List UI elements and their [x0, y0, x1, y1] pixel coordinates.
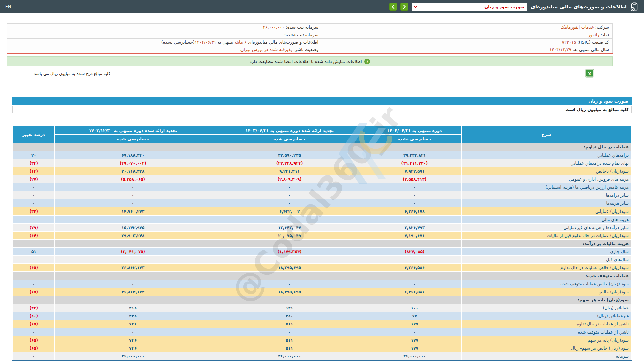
row-label: سود(زیان) عملیاتی	[461, 207, 631, 216]
value-restated-6m-prior	[211, 143, 368, 151]
header-restated-6m: تجدید ارائه شده دوره منتهی به ۱۴۰۳/۰۶/۳۱	[211, 126, 368, 135]
registered-capital-field: سرمایه ثبت شده: ۳۶,۰۰۰,۰۰۰	[7, 24, 322, 31]
value-current-period: ۱۷۷	[368, 320, 462, 328]
statement-units-note: کلیه مبالغ به میلیون ریال است	[12, 106, 632, 113]
next-statement-button[interactable]	[400, 3, 408, 11]
value-restated-annual-prior: ۷۴۶	[55, 320, 211, 328]
row-label: هزینه های مالی	[461, 216, 631, 224]
value-restated-annual-prior: ۲۶,۸۶۲,۱۷۳	[55, 288, 211, 296]
value-restated-annual-prior: ۰	[55, 328, 211, 336]
language-toggle-en[interactable]: EN	[5, 4, 11, 9]
value-restated-annual-prior: ۲۶,۸۶۲,۱۷۳	[55, 264, 211, 272]
row-label: سود(زیان) خالص عملیات در حال تداوم	[461, 264, 631, 272]
percent-change: (۷۹)	[13, 224, 55, 232]
value-restated-annual-prior: (۴۹,۰۷۰,۰۰۲)	[55, 159, 211, 167]
percent-change: ۵۱	[13, 248, 55, 256]
value-current-period: ۰	[368, 280, 462, 288]
percent-change: ۰	[13, 256, 55, 264]
value-restated-annual-prior	[55, 272, 211, 280]
value-restated-6m-prior: ۱۸,۳۹۵,۶۹۵	[211, 264, 368, 272]
value-restated-6m-prior: (۱,۶۷۹,۳۵۴)	[211, 248, 368, 256]
percent-change: (۶۵)	[13, 344, 55, 352]
value-restated-6m-prior: ۲۰,۰۷۵,۰۴۹	[211, 232, 368, 240]
row-label: بهای تمام شده درآمدهاي عملياتي	[461, 159, 631, 167]
table-row: سرمایه ۳۶,۰۰۰,۰۰۰ ۳۶,۰۰۰,۰۰۰ ۳۶,۰۰۰,۰۰۰ …	[13, 352, 632, 360]
info-row-company: شرکت: خدمات انفورماتیک سرمایه ثبت شده: ۳…	[7, 24, 613, 31]
value-restated-6m-prior	[211, 240, 368, 248]
table-row: درآمدهاي عملياتي ۳۹,۲۳۳,۸۲۱ ۳۲,۵۹۰,۲۳۵ ۶…	[13, 151, 632, 159]
table-row: عملیات در حال تداوم:	[13, 143, 632, 151]
percent-change: (۳۴)	[13, 159, 55, 167]
percent-change: ۰	[13, 199, 55, 207]
value-restated-annual-prior: ۴۲۸	[55, 312, 211, 320]
value-restated-6m-prior: ۰	[211, 199, 368, 207]
percent-change: (۸۰)	[13, 312, 55, 320]
percent-change	[13, 143, 55, 151]
table-row: سود(زیان) خالص عملیات در حال تداوم ۶,۳۶۶…	[13, 264, 632, 272]
statement-type-dropdown[interactable]: صورت سود و زیان	[412, 3, 527, 11]
row-label: هزینه مالیات بر درآمد:	[461, 240, 631, 248]
value-current-period: ۷,۱۹۰,۶۷۱	[368, 232, 462, 240]
value-restated-6m-prior: ۰	[211, 216, 368, 224]
value-restated-annual-prior	[55, 143, 211, 151]
row-label: سود(زیان) ناخالص	[461, 167, 631, 175]
percent-change	[13, 296, 55, 304]
value-restated-annual-prior: ۶۹,۱۸۸,۳۴۰	[55, 151, 211, 159]
value-current-period: ۰	[368, 216, 462, 224]
row-label: سود(زیان) پایه هر سهم:	[461, 296, 631, 304]
value-current-period: ۶,۳۶۶,۵۸۶	[368, 288, 462, 296]
percent-change: ۰	[13, 216, 55, 224]
row-label: سایر درآمدها و هزینه های غیرعملیاتی	[461, 224, 631, 232]
units-note-box: کلیه مبالغ درج شده به میلیون ریال می باش…	[7, 70, 113, 77]
table-row: عملیاتي (ریال) ۱۰۰ ۱۳۱ ۳۱۸ (۲۴)	[13, 304, 632, 312]
value-restated-annual-prior: ۷۴۶	[55, 344, 211, 352]
table-row: سود(زیان) ناخالص ۷,۹۲۲,۵۹۱ ۹,۲۴۱,۳۱۱ ۲۰,…	[13, 167, 632, 175]
value-restated-6m-prior: ۱۳,۶۴۳,۰۴۷	[211, 224, 368, 232]
row-label: سود(زیان) خالص	[461, 288, 631, 296]
dropdown-selected-value: صورت سود و زیان	[484, 4, 524, 9]
value-restated-6m-prior: ۱۸,۳۹۵,۶۹۵	[211, 288, 368, 296]
percent-change	[13, 240, 55, 248]
table-row: سود(زیان) عملیات در حال تداوم قبل از مال…	[13, 232, 632, 240]
value-restated-annual-prior: ۱۴,۷۶۰,۲۷۳	[55, 207, 211, 216]
info-row-symbol: نماد: رانفور سرمایه ثبت نشده: ۰	[7, 31, 613, 39]
table-row: سود(زیان) پایه هر سهم:	[13, 296, 632, 304]
value-current-period	[368, 240, 462, 248]
value-restated-annual-prior: ۰	[55, 183, 211, 191]
value-restated-6m-prior: ۰	[211, 256, 368, 264]
period-description-field: اطلاعات و صورت‌های مالی میاندوره‌ای ۶ ما…	[7, 39, 322, 46]
table-row: سود(زیان) خالص ۶,۳۶۶,۵۸۶ ۱۸,۳۹۵,۶۹۵ ۲۶,۸…	[13, 288, 632, 296]
table-row: سایر درآمدها ۰ ۰ ۰ ۰	[13, 191, 632, 199]
value-current-period: ۰	[368, 256, 462, 264]
percent-change: ۰	[13, 280, 55, 288]
percent-change: (۳۲)	[13, 207, 55, 216]
previous-statement-button[interactable]	[389, 3, 397, 11]
value-restated-annual-prior: ۰	[55, 256, 211, 264]
row-label: سال‌هاي قبل	[461, 256, 631, 264]
value-restated-6m-prior: ۳۸۰	[211, 312, 368, 320]
value-current-period: (۳۱,۳۱۱,۲۳۰)	[368, 159, 462, 167]
isic-code-field: کد صنعت (ISIC): ۷۲۲۰۱۵	[322, 39, 613, 46]
value-restated-annual-prior: ۰	[55, 199, 211, 207]
income-statement-section: صورت سود و زیان کلیه مبالغ به میلیون ریا…	[12, 97, 632, 361]
value-current-period: ۰	[368, 183, 462, 191]
value-restated-annual-prior	[55, 296, 211, 304]
fiscal-year-end-field: سال مالی منتهی به: ۱۴۰۴/۱۲/۲۹	[322, 46, 613, 53]
table-row: بهای تمام شده درآمدهاي عملياتي (۳۱,۳۱۱,۲…	[13, 159, 632, 167]
table-row: عملیات متوقف شده:	[13, 272, 632, 280]
row-label: سود(زیان) عملیات در حال تداوم قبل از مال…	[461, 232, 631, 240]
income-statement-table: شرح دوره منتهی به ۱۴۰۴/۰۶/۳۱ تجدید ارائه…	[12, 126, 632, 361]
excel-export-icon[interactable]: X	[585, 69, 594, 78]
value-current-period: ۱۷۷	[368, 336, 462, 344]
row-label: سایر درآمدها	[461, 191, 631, 199]
table-row: هزینه های فروش، اداری و عمومی (۳,۵۵۸,۴۱۳…	[13, 175, 632, 183]
value-restated-6m-prior: ۰	[211, 280, 368, 288]
row-label: هزینه کاهش ارزش دریافتني ها (هزینه استثن…	[461, 183, 631, 191]
company-field: شرکت: خدمات انفورماتیک	[322, 24, 613, 31]
value-current-period: ۱۰۰	[368, 304, 462, 312]
value-restated-annual-prior: ۰	[55, 191, 211, 199]
header-restated-annual: تجدید ارائه شده دوره منتهی به ۱۴۰۳/۱۲/۳۰	[55, 126, 211, 135]
percent-change: ۲۰	[13, 151, 55, 159]
percent-change: ۰	[13, 191, 55, 199]
table-row: سال جاري (۸۲۴,۰۸۵) (۱,۶۷۹,۳۵۴) (۳,۰۴۱,۰۷…	[13, 248, 632, 256]
